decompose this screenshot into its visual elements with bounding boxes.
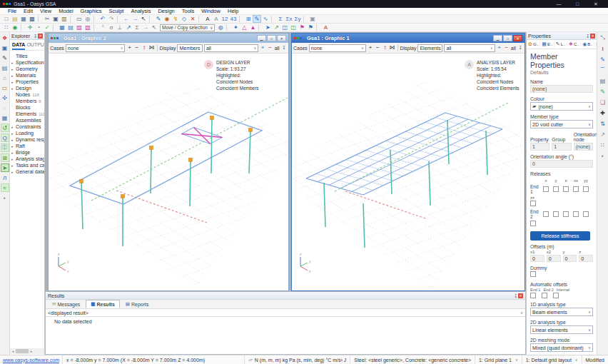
add-display-button[interactable]: + — [260, 45, 265, 51]
select-elements-icon[interactable]: ▤ — [66, 24, 75, 31]
section-icon[interactable]: Л — [1, 173, 9, 182]
cut-icon[interactable]: ✂ — [43, 15, 51, 23]
gsa-module-icon[interactable]: ❖ — [1, 34, 9, 42]
explorer-horizontal-scrollbar[interactable]: ◂ ▸ — [10, 348, 44, 354]
analysis-view-canvas[interactable]: zyx A ANALYSIS LAYERScale: 1:95.54Highli… — [292, 54, 525, 290]
toolbar-icon[interactable] — [93, 16, 97, 22]
tree-item-tasks-and-cases[interactable]: ▸ Tasks and cases — [11, 162, 44, 168]
cases-combo[interactable]: none∨ — [309, 44, 366, 52]
flag-a-icon[interactable]: ⚑ — [298, 24, 306, 31]
tree-item-dynamic-response[interactable]: ▸ Dynamic response — [11, 136, 44, 143]
undo-icon[interactable]: ↶ — [98, 15, 107, 23]
save-all-icon[interactable]: ▩ — [28, 15, 36, 23]
menu-item[interactable]: Tools — [178, 8, 198, 14]
tree-item-blocks[interactable]: Blocks — [11, 104, 44, 111]
grid-dots-icon[interactable]: ∷ — [2, 24, 11, 31]
pin-icon[interactable]: ↧ — [514, 293, 517, 298]
tables-icon[interactable]: ▤ — [1, 64, 9, 72]
remove-display-button[interactable]: − — [504, 45, 510, 51]
toolbar-icon[interactable] — [226, 24, 230, 31]
arrow-right-icon[interactable]: → — [141, 24, 150, 31]
toolbar-icon[interactable] — [53, 24, 56, 31]
toolbar-icon[interactable] — [258, 24, 262, 31]
sculpt-check-icon[interactable]: ✓ — [43, 24, 51, 31]
cursor-select-icon[interactable]: ➤ — [1, 163, 9, 172]
toolbar-icon[interactable] — [117, 16, 121, 22]
props-tab-colour[interactable]: ❖ C ⌄ — [568, 41, 581, 47]
print-preview-icon[interactable]: ◎ — [83, 15, 92, 23]
minimize-button[interactable]: — — [555, 1, 562, 7]
wave-icon[interactable]: ≈ — [1, 183, 9, 192]
grid-plane-select[interactable]: 1: Grid plane 1 ∨ — [475, 355, 522, 364]
offset-field[interactable]: 0 — [547, 255, 561, 262]
sketch-pen-icon[interactable]: ✎ — [154, 15, 163, 23]
menu-item[interactable]: Design — [154, 8, 178, 14]
select-nodes-icon[interactable]: ▦ — [58, 24, 66, 31]
tree-item-design[interactable]: ▸ Design — [11, 85, 44, 91]
results-tab[interactable]: ▤ Reports — [121, 300, 154, 308]
sigma-tool-icon[interactable]: σ — [107, 24, 116, 31]
tri-fill-icon[interactable]: ▲ — [248, 24, 257, 31]
edit-pencil-icon[interactable]: ✎ — [253, 15, 261, 23]
menu-item[interactable]: Edit — [20, 8, 36, 14]
add-icon[interactable]: ✚ — [598, 108, 607, 117]
grid-layout-select[interactable]: 1: Default grid layout ∨ — [522, 355, 582, 364]
release-checkbox[interactable] — [583, 211, 589, 217]
save-icon[interactable]: ▦ — [19, 15, 28, 23]
sum-icon[interactable]: Σ — [276, 15, 285, 23]
all-button[interactable]: all — [511, 46, 516, 51]
property-field[interactable]: 1 — [530, 143, 549, 151]
menu-item[interactable]: View — [36, 8, 55, 14]
flag-b-icon[interactable]: ⚑ — [306, 24, 315, 31]
more-dot-icon[interactable]: ▪ — [1, 193, 9, 202]
dummy-checkbox[interactable] — [530, 271, 536, 277]
tree-item-properties[interactable]: ▸ Properties — [11, 79, 44, 85]
text-icon[interactable]: A — [203, 15, 212, 23]
auto-offset-checkbox[interactable] — [542, 293, 547, 298]
explorer-tab[interactable]: OUTPUT — [26, 42, 45, 50]
remove-display-button[interactable]: − — [267, 45, 273, 51]
modify-icon[interactable]: ✦ — [231, 24, 240, 31]
tree-item-elements[interactable]: Elements 118 — [11, 111, 44, 117]
toolbar-icon[interactable] — [239, 16, 243, 22]
filter-combo[interactable]: all∨ — [204, 44, 258, 52]
join-icon[interactable]: ◫ — [289, 24, 298, 31]
print-icon[interactable]: ▭ — [75, 15, 83, 23]
release-checkbox[interactable] — [563, 186, 569, 192]
node-tool-icon[interactable]: ◉ — [163, 15, 171, 23]
more2-dot-icon[interactable]: ▪ — [598, 151, 607, 160]
toolbar-icon[interactable] — [93, 24, 97, 31]
offset-field[interactable]: 0 — [563, 255, 577, 262]
tree-item-specification[interactable]: ▸ Specification — [11, 59, 44, 66]
scroll-left-icon[interactable]: ◂ — [10, 349, 16, 353]
ghost-icon[interactable]: ◌ — [1, 103, 9, 112]
pen2-icon[interactable]: ✎ — [598, 87, 607, 96]
flash-icon[interactable]: ↯ — [171, 15, 180, 23]
props-tab-general[interactable]: ✿ G ⌄ — [527, 41, 540, 47]
tree-item-materials[interactable]: ▸ Materials — [11, 72, 44, 79]
release-checkbox[interactable] — [553, 211, 559, 217]
toolbar-icon[interactable] — [316, 24, 320, 31]
fan-icon[interactable]: ✣ — [1, 93, 9, 102]
menu-item[interactable]: Window — [198, 8, 224, 14]
tree-item-members[interactable]: Members 8 — [11, 98, 44, 104]
sketch-icon[interactable]: ✎ — [1, 54, 9, 62]
member-type-select[interactable]: 2D void cutter ∨ — [530, 120, 593, 128]
close-icon[interactable]: ✕ — [590, 34, 595, 39]
font-icon[interactable]: A — [212, 15, 221, 23]
grid-icon[interactable]: ▦ — [1, 113, 9, 122]
colour-select[interactable]: ▰ (none) ∨ — [530, 102, 593, 111]
remove-case-button[interactable]: − — [375, 45, 380, 51]
toolbar-icon[interactable] — [21, 24, 24, 31]
release-stiffness-button[interactable]: Release stiffness — [530, 231, 590, 241]
cases-combo[interactable]: none∨ — [66, 44, 126, 52]
window-close-icon[interactable]: ✕ — [513, 35, 522, 41]
all-button[interactable]: all — [275, 46, 280, 51]
graphic2-title-bar[interactable]: Gsa1 : Graphic 2 ▁ □ ✕ — [49, 34, 288, 43]
release-checkbox[interactable] — [543, 211, 549, 217]
flip-icon[interactable]: ➤ — [263, 24, 272, 31]
maximize-button[interactable]: □ — [574, 1, 581, 7]
window-minimize-icon[interactable]: ▁ — [493, 35, 502, 41]
close-button[interactable]: ✕ — [592, 1, 599, 7]
tree-item-assemblies[interactable]: Assemblies — [11, 117, 44, 123]
